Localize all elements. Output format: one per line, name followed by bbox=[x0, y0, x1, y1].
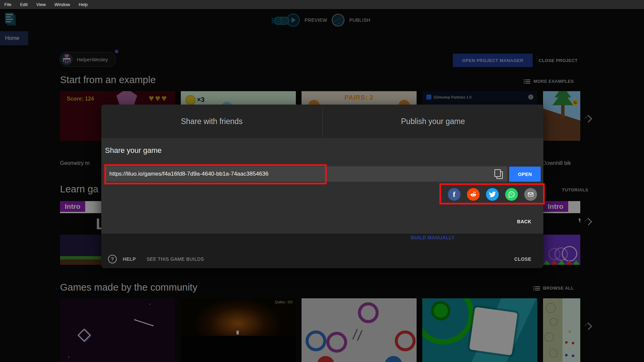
copy-icon[interactable] bbox=[494, 169, 503, 179]
panel-title: Share your game bbox=[105, 146, 162, 155]
menu-help[interactable]: Help bbox=[74, 2, 92, 7]
tab-publish-your-game[interactable]: Publish your game bbox=[323, 105, 544, 138]
menu-window[interactable]: Window bbox=[50, 2, 74, 7]
menu-bar: File Edit View Window Help bbox=[0, 0, 644, 9]
open-url-button[interactable]: OPEN bbox=[509, 167, 541, 182]
help-button[interactable]: HELP bbox=[121, 256, 138, 262]
annotation-url-highlight bbox=[104, 164, 327, 184]
menu-file[interactable]: File bbox=[0, 2, 16, 7]
back-button[interactable]: BACK bbox=[515, 219, 533, 225]
menu-edit[interactable]: Edit bbox=[16, 2, 32, 7]
help-icon[interactable]: ? bbox=[108, 255, 117, 263]
close-dialog-button[interactable]: CLOSE bbox=[512, 250, 533, 268]
build-manually-button[interactable]: BUILD MANUALLY bbox=[322, 235, 543, 241]
tab-share-with-friends[interactable]: Share with friends bbox=[101, 105, 322, 138]
dialog-tabs: Share with friends Publish your game bbox=[101, 105, 543, 138]
app-window: File Edit View Window Help PREVIEW PUBLI… bbox=[0, 0, 644, 362]
annotation-social-highlight bbox=[439, 183, 545, 204]
dialog-footer: ? HELP SEE THIS GAME BUILDS CLOSE bbox=[101, 250, 543, 268]
menu-view[interactable]: View bbox=[32, 2, 50, 7]
see-game-builds-button[interactable]: SEE THIS GAME BUILDS bbox=[145, 256, 206, 262]
